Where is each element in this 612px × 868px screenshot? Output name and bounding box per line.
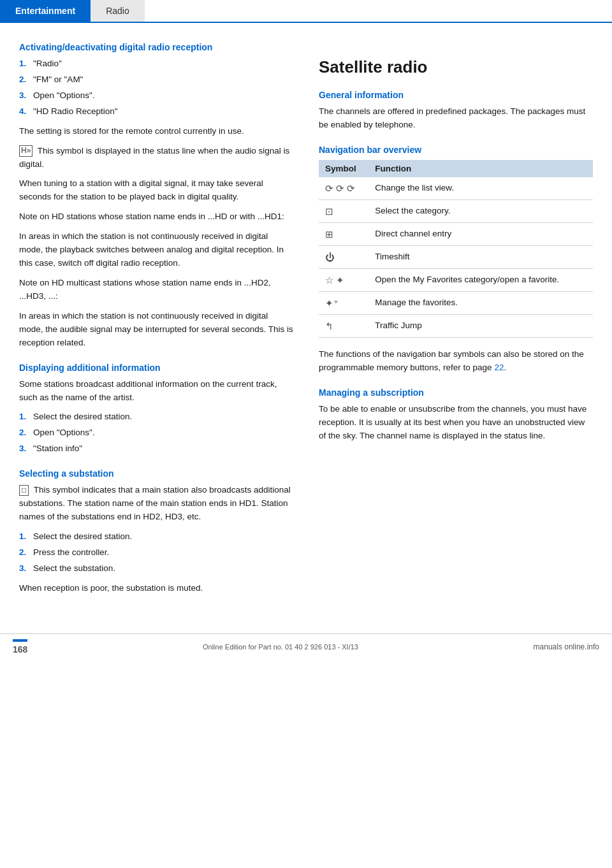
table-cell-sym: ⊞ <box>319 222 368 245</box>
nav-bar-para: The functions of the navigation bar symb… <box>319 348 593 375</box>
table-row: ⊞Direct channel entry <box>319 222 593 245</box>
disp-step-3-num: 3. <box>19 442 29 456</box>
table-cell-sym: ⟳ ⟳ ⟳ <box>319 177 368 200</box>
col-function: Function <box>368 160 593 177</box>
table-row: ⊡Select the category. <box>319 199 593 222</box>
page-number: 168 <box>13 639 27 655</box>
table-cell-sym: ✦⁺ <box>319 291 368 314</box>
step-3-text: Open "Options". <box>33 89 95 103</box>
footer-brand: manuals online.info <box>534 642 599 651</box>
table-cell-func: Select the category. <box>368 199 593 222</box>
satellite-radio-title: Satellite radio <box>319 57 593 77</box>
disp-step-1-num: 1. <box>19 410 29 424</box>
table-cell-func: Direct channel entry <box>368 222 593 245</box>
section1-para4: Note on HD stations whose station name e… <box>19 210 293 224</box>
step-3-num: 3. <box>19 89 29 103</box>
section1-para2: This symbol is displayed in the status l… <box>19 146 289 169</box>
sel-step-3-num: 3. <box>19 562 29 575</box>
tab-radio[interactable]: Radio <box>91 0 145 22</box>
footer: 168 Online Edition for Part no. 01 40 2 … <box>0 633 612 660</box>
table-cell-sym: ↰ <box>319 314 368 337</box>
managing-subscription-para: To be able to enable or unsubscribe from… <box>319 403 593 443</box>
table-row: ⏻Timeshift <box>319 245 593 268</box>
step-1: 1. "Radio" <box>19 57 293 71</box>
sel-step-3: 3. Select the substation. <box>19 562 293 575</box>
table-cell-func: Traffic Jump <box>368 314 593 337</box>
table-row: ✦⁺Manage the favorites. <box>319 291 593 314</box>
table-cell-sym: ☆ ✦ <box>319 268 368 291</box>
sel-step-3-text: Select the substation. <box>33 562 115 575</box>
section3-sub-symbol-note: □ This symbol indicates that a main stat… <box>19 484 293 524</box>
nav-bar-para-text: The functions of the navigation bar symb… <box>319 349 584 372</box>
table-cell-sym: ⏻ <box>319 245 368 268</box>
disp-step-1: 1. Select the desired station. <box>19 410 293 424</box>
step-1-text: "Radio" <box>33 57 62 71</box>
footer-edition: Online Edition for Part no. 01 40 2 926 … <box>203 643 358 651</box>
section1-para3: When tuning to a station with a digital … <box>19 177 293 204</box>
step-4-text: "HD Radio Reception" <box>33 105 118 119</box>
section1-para5: In areas in which the station is not con… <box>19 230 293 270</box>
table-row: ⟳ ⟳ ⟳Change the list view. <box>319 177 593 200</box>
section1-para6: Note on HD multicast stations whose stat… <box>19 277 293 303</box>
sel-step-2-text: Press the controller. <box>33 546 109 560</box>
page-body: Activating/deactivating digital radio re… <box>0 23 612 621</box>
substation-icon: □ <box>19 485 29 496</box>
table-row: ☆ ✦Open the My Favorites category/open a… <box>319 268 593 291</box>
disp-step-2-num: 2. <box>19 426 29 440</box>
table-cell-func: Manage the favorites. <box>368 291 593 314</box>
sel-step-1: 1. Select the desired station. <box>19 530 293 544</box>
table-header-row: Symbol Function <box>319 160 593 177</box>
tab-entertainment[interactable]: Entertainment <box>0 0 91 22</box>
general-info-para: The channels are offered in predefined p… <box>319 105 593 132</box>
hd-icon: H» <box>19 145 33 157</box>
sel-step-2-num: 2. <box>19 546 29 560</box>
table-cell-func: Timeshift <box>368 245 593 268</box>
nav-bar-table: Symbol Function ⟳ ⟳ ⟳Change the list vie… <box>319 160 593 338</box>
activating-steps-list: 1. "Radio" 2. "FM" or "AM" 3. Open "Opti… <box>19 57 293 119</box>
step-4: 4. "HD Radio Reception" <box>19 105 293 119</box>
step-2-num: 2. <box>19 73 29 87</box>
section1-para7: In areas in which the station is not con… <box>19 310 293 350</box>
disp-step-3: 3. "Station info" <box>19 442 293 456</box>
selecting-steps-list: 1. Select the desired station. 2. Press … <box>19 530 293 575</box>
disp-step-2: 2. Open "Options". <box>19 426 293 440</box>
section3-para1: This symbol indicates that a main statio… <box>19 485 291 521</box>
step-2-text: "FM" or "AM" <box>33 73 83 87</box>
general-info-title: General information <box>319 90 593 100</box>
step-1-num: 1. <box>19 57 29 71</box>
disp-step-1-text: Select the desired station. <box>33 410 132 424</box>
section-activating-title: Activating/deactivating digital radio re… <box>19 42 293 52</box>
section1-hd-symbol-note: H» This symbol is displayed in the statu… <box>19 145 293 171</box>
step-4-num: 4. <box>19 105 29 119</box>
section1-para1: The setting is stored for the remote con… <box>19 125 293 138</box>
header: Entertainment Radio <box>0 0 612 23</box>
step-3: 3. Open "Options". <box>19 89 293 103</box>
nav-bar-title: Navigation bar overview <box>319 145 593 155</box>
managing-subscription-title: Managing a subscription <box>319 387 593 398</box>
section-displaying-title: Displaying additional information <box>19 363 293 373</box>
table-row: ↰Traffic Jump <box>319 314 593 337</box>
sel-step-1-text: Select the desired station. <box>33 530 132 544</box>
table-cell-func: Change the list view. <box>368 177 593 200</box>
right-column: Satellite radio General information The … <box>319 42 593 602</box>
table-cell-sym: ⊡ <box>319 199 368 222</box>
section2-para1: Some stations broadcast additional infor… <box>19 378 293 405</box>
sel-step-2: 2. Press the controller. <box>19 546 293 560</box>
section-selecting-title: Selecting a substation <box>19 468 293 479</box>
table-cell-func: Open the My Favorites category/open a fa… <box>368 268 593 291</box>
sel-step-1-num: 1. <box>19 530 29 544</box>
col-symbol: Symbol <box>319 160 368 177</box>
section3-para2: When reception is poor, the substation i… <box>19 582 293 595</box>
left-column: Activating/deactivating digital radio re… <box>19 42 293 602</box>
displaying-steps-list: 1. Select the desired station. 2. Open "… <box>19 410 293 456</box>
disp-step-2-text: Open "Options". <box>33 426 95 440</box>
step-2: 2. "FM" or "AM" <box>19 73 293 87</box>
page-link-22[interactable]: 22 <box>494 363 504 372</box>
disp-step-3-text: "Station info" <box>33 442 82 456</box>
